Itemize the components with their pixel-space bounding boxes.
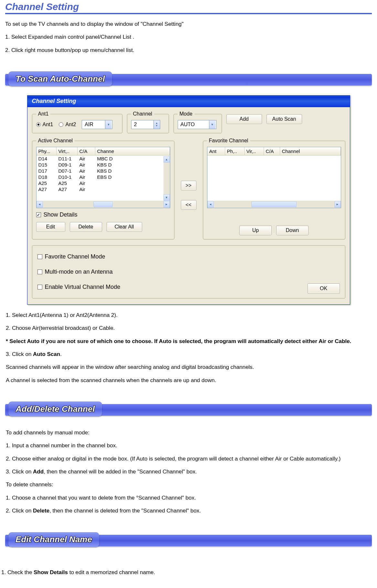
ok-button[interactable]: OK: [308, 283, 340, 294]
scroll-thumb[interactable]: [93, 201, 113, 207]
radio-ant2[interactable]: Ant2: [59, 122, 76, 127]
table-cell: [95, 186, 170, 192]
scrollbar-horizontal[interactable]: ◄ ►: [37, 201, 170, 208]
text-fragment: 3. Click on: [6, 351, 33, 357]
multi-mode-label: Multi-mode on an Antenna: [45, 269, 113, 275]
air-cable-combo[interactable]: AIR ▼: [82, 120, 112, 129]
active-channel-legend: Active Channel: [36, 138, 75, 144]
table-cell: A27: [57, 186, 78, 192]
table-row[interactable]: A25A25Air: [37, 180, 170, 186]
col-virt[interactable]: Virt,..: [57, 147, 78, 155]
table-row[interactable]: D18D10-1AirEBS D: [37, 174, 170, 180]
scroll-left-icon[interactable]: ◄: [37, 201, 43, 208]
scroll-thumb[interactable]: [251, 201, 297, 207]
table-cell: EBS D: [95, 174, 170, 180]
mode-combo[interactable]: AUTO ▼: [178, 120, 216, 129]
table-cell: D09-1: [57, 162, 78, 168]
delete-button[interactable]: Delete: [70, 222, 102, 232]
mode-combo-value: AUTO: [181, 122, 195, 127]
up-button[interactable]: Up: [239, 226, 272, 235]
scroll-left-icon[interactable]: ◄: [207, 201, 214, 208]
table-cell: D07-1: [57, 168, 78, 174]
section-header-editname-label: Edit Channel Name: [16, 534, 92, 544]
down-button[interactable]: Down: [276, 226, 309, 235]
scroll-right-icon[interactable]: ►: [163, 201, 170, 208]
autoscan-button[interactable]: Auto Scan: [267, 114, 302, 124]
show-details-label: Show Details: [44, 211, 78, 218]
table-cell: [95, 180, 170, 186]
fav-col-ant[interactable]: Ant: [207, 147, 225, 155]
col-ca[interactable]: C/A: [78, 147, 95, 155]
favorite-channel-legend: Favorite Channel: [207, 138, 250, 144]
page-title: Channel Setting: [5, 0, 372, 14]
radio-ant1[interactable]: Ant1: [36, 122, 53, 127]
virtual-mode-checkbox[interactable]: [37, 285, 42, 289]
move-from-favorite-button[interactable]: <<: [181, 200, 196, 210]
radio-ant2-indicator: [59, 122, 63, 127]
scroll-up-icon[interactable]: ▲: [163, 156, 170, 163]
air-cable-combo-value: AIR: [85, 122, 93, 127]
table-row[interactable]: D17D07-1AirKBS D: [37, 168, 170, 174]
text-fragment: 1. Check the: [1, 569, 34, 575]
mode-group: Mode AUTO ▼: [173, 111, 222, 133]
add-step-1: 1. Input a channel number in the channel…: [6, 441, 371, 450]
table-cell: MBC D: [95, 156, 170, 162]
scroll-right-icon[interactable]: ►: [334, 201, 341, 208]
options-group: Favorite Channel Mode Multi-mode on an A…: [32, 245, 345, 299]
channel-number-spinner[interactable]: 2 ▲▼: [131, 120, 160, 129]
text-fragment-bold: Auto Scan: [33, 351, 60, 357]
chevron-down-icon: ▼: [209, 120, 215, 129]
antenna-group: Ant1 Ant1 Ant2 AIR: [32, 111, 122, 133]
table-row[interactable]: D15D09-1AirKBS D: [37, 162, 170, 168]
add-button[interactable]: Add: [226, 114, 262, 124]
section-header-editname: Edit Channel Name: [5, 535, 372, 546]
fav-col-phy[interactable]: Ph,..: [225, 147, 245, 155]
active-channel-list[interactable]: Phy... Virt,.. C/A Channe D14D11-1AirMBC…: [36, 147, 170, 208]
table-row[interactable]: A27A27Air: [37, 186, 170, 192]
col-phy[interactable]: Phy...: [37, 147, 57, 155]
scan-step-3: 3. Click on Auto Scan.: [6, 350, 371, 359]
fav-col-vir[interactable]: Vir,..: [245, 147, 264, 155]
radio-ant1-label: Ant1: [43, 122, 53, 127]
add-intro: To add channels by manual mode:: [6, 429, 371, 437]
scrollbar-horizontal[interactable]: ◄ ►: [207, 201, 341, 208]
table-cell: Air: [78, 162, 95, 168]
fav-col-ca[interactable]: C/A: [264, 147, 280, 155]
section-header-adddelete-label: Add/Delete Channel: [16, 404, 95, 414]
table-cell: Air: [78, 174, 95, 180]
table-row[interactable]: D14D11-1AirMBC D: [37, 156, 170, 162]
text-fragment-bold: Add: [33, 469, 44, 475]
multi-mode-checkbox[interactable]: [37, 269, 42, 274]
text-fragment: , then the channel is deleted from the "…: [49, 508, 201, 514]
scan-result-1: Scanned channels will appear in the wind…: [6, 363, 371, 371]
scroll-down-icon[interactable]: ▼: [163, 194, 170, 201]
editname-step-1: 1. Check the Show Details to edit a memo…: [1, 568, 377, 577]
table-cell: KBS D: [95, 162, 170, 168]
table-cell: D17: [37, 168, 57, 174]
clearall-button[interactable]: Clear All: [107, 222, 142, 232]
table-cell: Air: [78, 156, 95, 162]
col-channel[interactable]: Channe: [95, 147, 170, 155]
table-cell: A25: [57, 180, 78, 186]
radio-ant1-indicator: [36, 122, 41, 127]
dialog-titlebar: Channel Setting: [27, 96, 350, 107]
section-header-adddelete: Add/Delete Channel: [5, 404, 372, 416]
move-to-favorite-button[interactable]: >>: [181, 181, 196, 190]
text-fragment: 3. Click on: [6, 469, 33, 475]
table-cell: Air: [78, 186, 95, 192]
fav-col-channel[interactable]: Channel: [280, 147, 341, 155]
show-details-checkbox[interactable]: [36, 212, 41, 217]
favorite-channel-list[interactable]: Ant Ph,.. Vir,.. C/A Channel ◄ ►: [207, 147, 341, 208]
edit-button[interactable]: Edit: [36, 222, 65, 232]
virtual-mode-label: Enable Virtual Channel Mode: [45, 284, 120, 290]
favorite-mode-checkbox[interactable]: [37, 254, 42, 259]
text-fragment: 2. Click on: [6, 508, 33, 514]
scrollbar-vertical[interactable]: ▲ ▼: [163, 156, 170, 201]
delete-step-1: 1. Choose a channel that you want to del…: [6, 494, 371, 502]
intro-line-3: 2. Click right mouse button/pop up menu/…: [5, 46, 372, 55]
text-fragment: .: [60, 351, 62, 357]
scan-note: * Select Auto if you are not sure of whi…: [6, 337, 371, 346]
delete-intro: To delete channels:: [6, 481, 371, 489]
scan-step-1: 1. Select Ant1(Antenna 1) or Ant2(Antenn…: [6, 311, 371, 319]
table-cell: D14: [37, 156, 57, 162]
